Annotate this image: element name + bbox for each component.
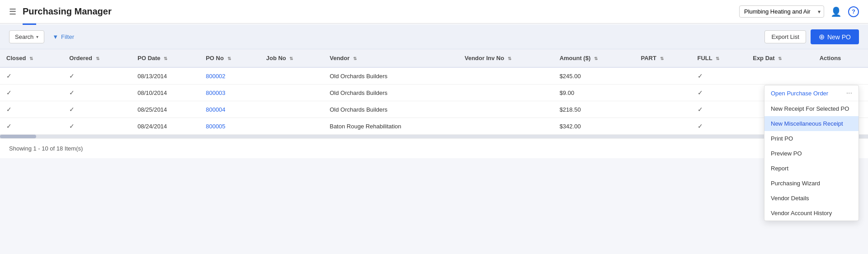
cell-closed: ✓ [0,118,63,135]
help-icon[interactable]: ? [848,6,859,17]
col-job-no[interactable]: Job No ⇅ [260,49,323,67]
cell-amount: $342.00 [553,118,635,135]
cell-po-date: 08/10/2014 [131,85,199,101]
sort-arrow-po-date: ⇅ [164,56,167,61]
cell-po-no[interactable]: 800003 [199,85,260,101]
col-po-no[interactable]: PO No ⇅ [199,49,260,67]
cell-amount: $218.50 [553,101,635,118]
app-title: Purchasing Manager [23,6,112,17]
filter-label: Filter [61,33,74,40]
cell-part [634,85,691,101]
company-selector[interactable]: Plumbing Heating and Air [739,5,824,18]
cell-vendor: Old Orchards Builders [323,85,458,101]
sort-arrow-part: ⇅ [660,56,664,61]
cell-po-date: 08/25/2014 [131,101,199,118]
context-menu-item[interactable]: New Receipt For Selected PO [764,101,859,116]
cell-full: ✓ [691,118,747,135]
context-menu-header: Open Purchase Order ··· [764,85,859,101]
new-po-button[interactable]: ⊕ New PO [811,29,859,44]
col-po-date[interactable]: PO Date ⇅ [131,49,199,67]
cell-vendor-inv-no [458,85,553,101]
table-scrollbar-thumb [0,135,36,138]
table-header-row: Closed ⇅ Ordered ⇅ PO Date ⇅ PO No ⇅ Job… [0,49,868,67]
col-amount[interactable]: Amount ($) ⇅ [553,49,635,67]
sort-arrow-vendor: ⇅ [353,56,357,61]
open-purchase-order-link[interactable]: Open Purchase Order [771,90,828,97]
sort-arrow-ordered: ⇅ [96,56,99,61]
sort-arrow-closed: ⇅ [29,56,33,61]
sort-arrow-vendor-inv: ⇅ [508,56,511,61]
context-menu-item[interactable]: New Miscellaneous Receipt [764,116,859,131]
cell-part [634,67,691,85]
search-button[interactable]: Search ▾ [9,30,44,43]
sort-arrow-job-no: ⇅ [289,56,293,61]
cell-vendor: Baton Rouge Rehabilitation [323,118,458,135]
cell-part [634,118,691,135]
hamburger-menu-icon[interactable]: ☰ [9,7,16,17]
table-footer: Showing 1 - 10 of 18 Item(s) ‹ 1 2 › Go … [0,138,868,158]
export-button[interactable]: Export List [764,30,806,43]
sort-arrow-full: ⇅ [716,56,719,61]
context-menu-item[interactable]: Preview PO [764,146,859,158]
col-vendor-inv-no[interactable]: Vendor Inv No ⇅ [458,49,553,67]
cell-full: ✓ [691,67,747,85]
col-vendor[interactable]: Vendor ⇅ [323,49,458,67]
toolbar-right: Export List ⊕ New PO [764,29,859,44]
sort-arrow-exp-dat: ⇅ [778,56,782,61]
search-chevron-icon: ▾ [36,34,38,39]
cell-ordered: ✓ [63,85,131,101]
cell-ordered: ✓ [63,118,131,135]
nav-right: Plumbing Heating and Air 👤 ? [739,5,859,18]
cell-vendor-inv-no [458,101,553,118]
top-nav: ☰ Purchasing Manager Plumbing Heating an… [0,0,868,24]
showing-text: Showing 1 - 10 of 18 Item(s) [9,145,83,152]
table-row: ✓ ✓ 08/13/2014 800002 Old Orchards Build… [0,67,868,85]
sort-arrow-po-no: ⇅ [227,56,231,61]
cell-vendor-inv-no [458,118,553,135]
cell-vendor: Old Orchards Builders [323,67,458,85]
cell-exp-dat [746,67,813,85]
cell-ordered: ✓ [63,101,131,118]
cell-part [634,101,691,118]
table-scrollbar[interactable] [0,135,868,138]
cell-ordered: ✓ [63,67,131,85]
col-full[interactable]: FULL ⇅ [691,49,747,67]
po-table: Closed ⇅ Ordered ⇅ PO Date ⇅ PO No ⇅ Job… [0,49,868,135]
cell-po-no[interactable]: 800005 [199,118,260,135]
cell-vendor: Old Orchards Builders [323,101,458,118]
col-actions: Actions [813,49,868,67]
cell-vendor-inv-no [458,67,553,85]
cell-job-no [260,67,323,85]
ellipsis-icon[interactable]: ··· [846,89,852,97]
cell-po-no[interactable]: 800002 [199,67,260,85]
col-ordered[interactable]: Ordered ⇅ [63,49,131,67]
cell-job-no [260,85,323,101]
cell-amount: $245.00 [553,67,635,85]
cell-full: ✓ [691,85,747,101]
cell-po-date: 08/13/2014 [131,67,199,85]
table-row: ✓ ✓ 08/24/2014 800005 Baton Rouge Rehabi… [0,118,868,135]
toolbar: Search ▾ ▼ Filter Export List ⊕ New PO [0,25,868,49]
context-menu: Open Purchase Order ··· New Receipt For … [764,85,859,158]
table-container: Closed ⇅ Ordered ⇅ PO Date ⇅ PO No ⇅ Job… [0,49,868,138]
table-row: ✓ ✓ 08/25/2014 800004 Old Orchards Build… [0,101,868,118]
cell-job-no [260,101,323,118]
cell-po-no[interactable]: 800004 [199,101,260,118]
col-exp-dat[interactable]: Exp Dat ⇅ [746,49,813,67]
search-label: Search [15,33,33,40]
sort-arrow-amount: ⇅ [594,56,598,61]
company-selector-wrap: Plumbing Heating and Air [739,5,824,18]
cell-amount: $9.00 [553,85,635,101]
cell-closed: ✓ [0,85,63,101]
user-icon[interactable]: 👤 [830,6,842,17]
cell-closed: ✓ [0,101,63,118]
col-closed[interactable]: Closed ⇅ [0,49,63,67]
col-part[interactable]: PART ⇅ [634,49,691,67]
cell-job-no [260,118,323,135]
cell-full: ✓ [691,101,747,118]
context-menu-item[interactable]: Print PO [764,131,859,146]
filter-button[interactable]: ▼ Filter [49,31,78,43]
plus-circle-icon: ⊕ [819,33,825,41]
new-po-label: New PO [827,33,851,41]
cell-po-date: 08/24/2014 [131,118,199,135]
